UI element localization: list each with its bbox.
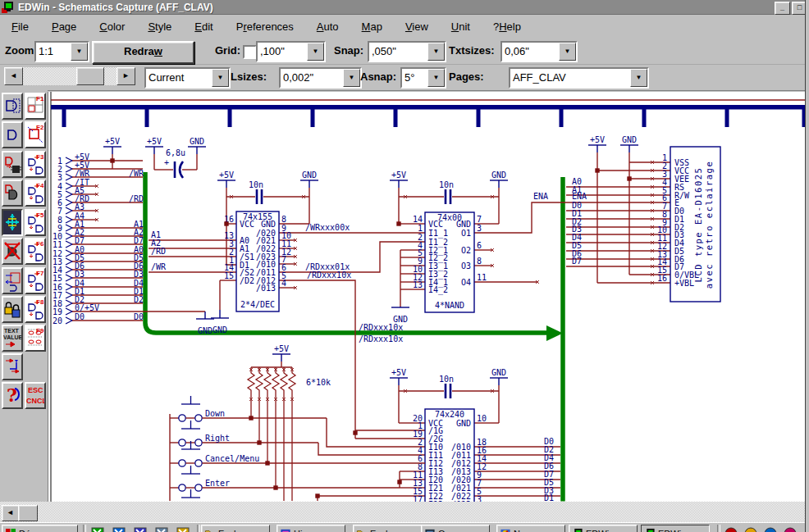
menu-file[interactable]: File [0, 15, 40, 39]
redraw-button[interactable]: Redraw [92, 41, 194, 64]
layer-select[interactable]: Current ▼ [144, 67, 231, 89]
task-button[interactable]: Explor... [201, 525, 270, 532]
chevron-down-icon[interactable]: ▼ [343, 69, 360, 87]
tool-part-place-icon[interactable] [2, 93, 23, 120]
tray-icon[interactable] [724, 526, 738, 532]
txtsizes-select-value: 0,06" [502, 43, 559, 61]
chevron-down-icon[interactable]: ▼ [427, 43, 445, 61]
scroll-left-button[interactable]: ◄ [4, 67, 23, 85]
fkey-1[interactable]: F1 [25, 93, 46, 120]
tool-swap-icon[interactable] [2, 353, 23, 380]
tool-text-value-icon[interactable]: TEXTVALUE [2, 325, 23, 352]
svg-text:O3: O3 [461, 261, 471, 271]
svg-text:10: 10 [477, 414, 487, 423]
fkey-2[interactable]: F2 [25, 121, 46, 148]
schematic-canvas[interactable]: 1+5V2+5V3/WR/WR4/IT5A56/RD/RD7A38A49A1A1… [48, 92, 806, 502]
menu-help[interactable]: ?Help [482, 15, 532, 39]
menu-edit[interactable]: Edit [183, 15, 224, 39]
grid-size-select[interactable]: ,100" ▼ [256, 41, 326, 62]
scroll-thumb[interactable] [18, 505, 38, 521]
chevron-down-icon[interactable]: ▼ [427, 69, 445, 87]
svg-text:F9: F9 [36, 327, 44, 334]
app-icon [2, 1, 15, 13]
scroll-left-button[interactable]: ◄ [2, 505, 19, 521]
svg-text:D0: D0 [75, 312, 85, 321]
menu-color[interactable]: Color [88, 15, 136, 39]
lsizes-select[interactable]: 0,002" ▼ [279, 67, 362, 89]
tool-copy-icon[interactable] [2, 180, 23, 207]
svg-text:GND: GND [491, 368, 506, 377]
zoom-select[interactable]: 1:1 ▼ [34, 41, 89, 62]
shortcut-3-icon[interactable] [133, 526, 148, 532]
menu-auto[interactable]: Auto [305, 15, 350, 39]
tool-lock-icon[interactable] [2, 296, 23, 323]
menu-unit[interactable]: Unit [440, 15, 482, 39]
chevron-down-icon[interactable]: ▼ [71, 43, 88, 61]
tool-relocate-icon[interactable] [2, 267, 23, 294]
tray-icon[interactable] [743, 526, 758, 532]
tool-cancel-icon[interactable]: ESCCNCL [25, 382, 46, 409]
task-button[interactable]: O... [421, 525, 490, 532]
menu-page[interactable]: Page [40, 15, 88, 39]
menu-style[interactable]: Style [136, 15, 183, 39]
menu-map[interactable]: Map [350, 15, 394, 39]
svg-text:TEXT: TEXT [4, 328, 20, 334]
shortcut-1-icon[interactable] [90, 526, 105, 532]
txtsizes-select[interactable]: 0,06" ▼ [500, 41, 578, 62]
view-scrollbar[interactable]: ◄ ► [4, 67, 135, 85]
svg-text:D7: D7 [134, 236, 144, 245]
chevron-down-icon[interactable]: ▼ [212, 69, 229, 87]
chevron-down-icon[interactable]: ▼ [630, 69, 647, 87]
title-bar[interactable]: EDWin - Schematics Capture (AFF_CLAV) _ … [0, 0, 809, 15]
tool-move-icon[interactable] [2, 209, 23, 236]
svg-text:6: 6 [477, 241, 482, 250]
tool-delete-icon[interactable] [2, 238, 23, 265]
svg-text:GND: GND [261, 220, 276, 229]
task-button[interactable]: EDWi... [641, 525, 710, 532]
scroll-thumb[interactable] [76, 67, 104, 85]
tool-gate-package-icon[interactable] [2, 151, 23, 178]
toolbar-row-2: ◄ ► Current ▼Lsizes: 0,002" ▼Asnap: 5° ▼… [0, 65, 809, 91]
task-button[interactable]: N... [496, 525, 565, 532]
edwin-window: EDWin - Schematics Capture (AFF_CLAV) _ … [0, 0, 809, 532]
fkey-3[interactable]: F3 [25, 151, 46, 178]
start-button[interactable]: Démarrer [2, 525, 78, 532]
pages-select[interactable]: AFF_CLAV ▼ [509, 67, 649, 89]
fkey-5[interactable]: F5 [25, 209, 46, 236]
task-button[interactable]: Hiew... [277, 525, 345, 532]
svg-text:13: 13 [413, 280, 423, 289]
svg-text:D3: D3 [75, 270, 85, 279]
fkey-6[interactable]: F6 [25, 238, 46, 265]
task-button[interactable]: Explor... [353, 525, 422, 532]
fkey-4[interactable]: F4 [25, 180, 46, 207]
svg-text:VCC: VCC [240, 220, 254, 229]
snap-select[interactable]: ,050" ▼ [368, 41, 446, 62]
minimize-button[interactable]: _ [775, 2, 790, 15]
edwin-icon [644, 528, 656, 532]
task-label: Explor... [218, 529, 251, 532]
fkey-7[interactable]: F7 [25, 267, 46, 294]
menu-view[interactable]: View [394, 15, 440, 39]
grid-label: Grid: [215, 41, 240, 61]
grid-checkbox[interactable] [243, 45, 257, 59]
task-button[interactable]: EDWi... [569, 525, 638, 532]
canvas-h-scrollbar[interactable]: ◄ [0, 502, 809, 522]
svg-text:6,8u: 6,8u [166, 148, 185, 157]
tray-icon[interactable] [783, 526, 798, 532]
chevron-down-icon[interactable]: ▼ [559, 43, 576, 61]
svg-text:74x240: 74x240 [435, 410, 464, 419]
chevron-down-icon[interactable]: ▼ [307, 43, 324, 61]
shortcut-2-icon[interactable] [112, 526, 126, 532]
scroll-right-button[interactable]: ► [117, 67, 135, 85]
shortcut-4-icon[interactable] [154, 526, 169, 532]
asnap-select[interactable]: 5° ▼ [400, 67, 446, 89]
tray-icon[interactable] [763, 526, 778, 532]
fkey-9[interactable]: F9 [25, 325, 46, 352]
tool-help-icon[interactable]: ? [2, 382, 23, 409]
fkey-8[interactable]: F8 [25, 296, 46, 323]
svg-text:14: 14 [413, 215, 423, 224]
shortcut-5-icon[interactable] [176, 526, 190, 532]
menu-preferences[interactable]: Preferences [225, 15, 305, 39]
svg-text:O4: O4 [461, 278, 471, 287]
tool-gate-icon[interactable] [2, 121, 23, 148]
